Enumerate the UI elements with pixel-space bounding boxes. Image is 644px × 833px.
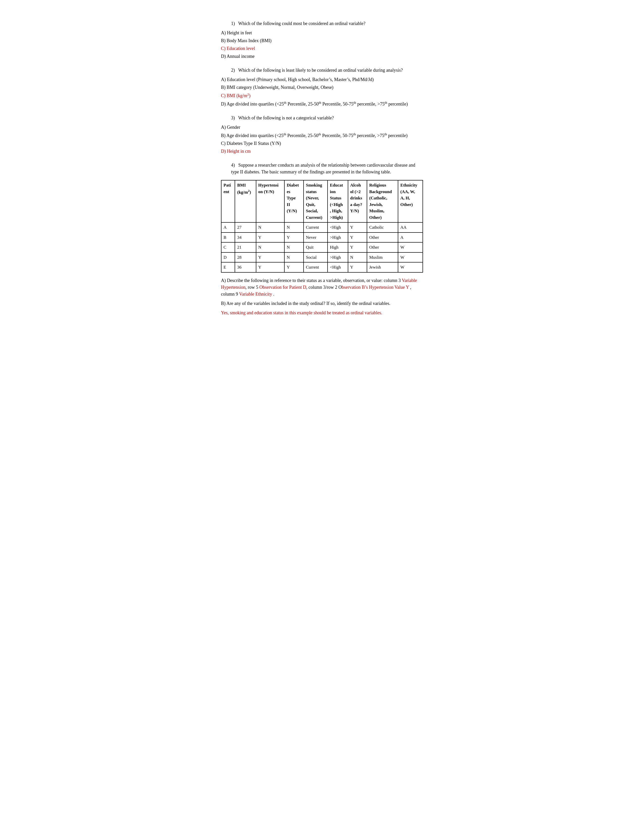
cell-bmi-b: 34 xyxy=(235,233,256,243)
cell-smoke-d: Social xyxy=(304,252,328,262)
q2-optB-label: B) xyxy=(221,85,227,90)
q3-optC-label: C) xyxy=(221,141,227,146)
cell-patient-e: E xyxy=(221,262,235,272)
q2-optA-text: Education level (Primary school, High sc… xyxy=(227,77,374,82)
q4-number: 4) xyxy=(231,162,237,167)
partA-var2: Variable Ethnicity xyxy=(239,291,272,297)
cell-hypert-d: Y xyxy=(256,252,285,262)
cell-patient-a: A xyxy=(221,222,235,233)
partA-obs2: bservation B’s Hypertension Value Y xyxy=(342,285,409,290)
cell-bmi-d: 28 xyxy=(235,252,256,262)
q1-optC-text: Education level xyxy=(227,46,255,51)
data-table: Patient BMI(kg/m2) Hypertension (Y/N) Di… xyxy=(221,180,423,273)
cell-diab-c: N xyxy=(284,242,304,252)
table-row: B 34 Y Y Never >High Y Other A xyxy=(221,233,423,243)
q2-optB: B) BMI category (Underweight, Normal, Ov… xyxy=(221,84,423,91)
cell-diab-d: N xyxy=(284,252,304,262)
q2-optD-label: D) Age divided into quartiles (<25th Per… xyxy=(221,101,408,106)
cell-rel-c: Other xyxy=(367,242,398,252)
cell-rel-a: Catholic xyxy=(367,222,398,233)
partA-prefix: A) Describe the following in reference t… xyxy=(221,278,402,283)
partA-mid2: , column 3/row 2 O xyxy=(306,285,341,290)
question-3-text: 3) Which of the following is not a categ… xyxy=(231,114,423,121)
table-row: E 36 Y Y Current <High Y Jewish W xyxy=(221,262,423,272)
cell-rel-e: Jewish xyxy=(367,262,398,272)
col-education: EducationStatus(<High, High,>High) xyxy=(328,180,348,222)
q1-optA: A) Height in feet xyxy=(221,29,423,36)
post-table-partB: B) Are any of the variables included in … xyxy=(221,300,423,307)
cell-alc-d: N xyxy=(348,252,367,262)
col-patient: Patient xyxy=(221,180,235,222)
post-table-partA: A) Describe the following in reference t… xyxy=(221,277,423,298)
q1-optB: B) Body Mass Index (BMI) xyxy=(221,37,423,44)
cell-hypert-b: Y xyxy=(256,233,285,243)
q2-optC-label: C) BMI (kg/m2) xyxy=(221,93,251,98)
table-row: C 21 N N Quit High Y Other W xyxy=(221,242,423,252)
partB-prefix: B) Are any of the variables included in … xyxy=(221,301,390,306)
q1-optC-label: C) xyxy=(221,46,227,51)
col-alcohol: Alcohol (>2drinksa day?Y/N) xyxy=(348,180,367,222)
cell-smoke-b: Never xyxy=(304,233,328,243)
cell-diab-e: Y xyxy=(284,262,304,272)
cell-smoke-e: Current xyxy=(304,262,328,272)
cell-patient-d: D xyxy=(221,252,235,262)
q1-number: 1) xyxy=(231,21,237,26)
cell-rel-d: Muslim xyxy=(367,252,398,262)
cell-hypert-a: N xyxy=(256,222,285,233)
question-3: 3) Which of the following is not a categ… xyxy=(221,114,423,155)
cell-alc-c: Y xyxy=(348,242,367,252)
q1-optB-label: B) xyxy=(221,38,227,43)
q2-number: 2) xyxy=(231,68,237,73)
q3-optA: A) Gender xyxy=(221,124,423,131)
cell-diab-a: N xyxy=(284,222,304,233)
cell-eth-d: W xyxy=(398,252,423,262)
q1-optA-text: Height in feet xyxy=(227,30,252,35)
table-header-row: Patient BMI(kg/m2) Hypertension (Y/N) Di… xyxy=(221,180,423,222)
q3-optA-label: A) xyxy=(221,125,227,130)
q4-body: Suppose a researcher conducts an analysi… xyxy=(231,162,415,174)
cell-hypert-c: N xyxy=(256,242,285,252)
q1-body: Which of the following could most be con… xyxy=(238,21,365,26)
q3-number: 3) xyxy=(231,115,237,121)
cell-bmi-a: 27 xyxy=(235,222,256,233)
cell-patient-b: B xyxy=(221,233,235,243)
partB-answer-text: Yes, smoking and education status in thi… xyxy=(221,310,382,315)
question-4: 4) Suppose a researcher conducts an anal… xyxy=(221,162,423,316)
q1-optD: D) Annual income xyxy=(221,53,423,60)
col-bmi: BMI(kg/m2) xyxy=(235,180,256,222)
col-religious: ReligiousBackground(Catholic,Jewish,Musl… xyxy=(367,180,398,222)
cell-diab-b: Y xyxy=(284,233,304,243)
cell-edu-b: >High xyxy=(328,233,348,243)
q1-optD-label: D) xyxy=(221,54,227,59)
cell-edu-a: <High xyxy=(328,222,348,233)
question-2: 2) Which of the following is least likel… xyxy=(221,67,423,108)
col-ethnicity: Ethnicity(AA, W,A, H,Other) xyxy=(398,180,423,222)
cell-alc-e: Y xyxy=(348,262,367,272)
q3-optD-text: Height in cm xyxy=(227,149,251,154)
q3-optD: D) Height in cm xyxy=(221,148,423,155)
table-row: A 27 N N Current <High Y Catholic AA xyxy=(221,222,423,233)
question-1-text: 1) Which of the following could most be … xyxy=(231,20,423,27)
col-smoking: Smokingstatus(Never,Quit,Social,Current) xyxy=(304,180,328,222)
cell-rel-b: Other xyxy=(367,233,398,243)
q1-optA-label: A) xyxy=(221,30,227,35)
cell-smoke-c: Quit xyxy=(304,242,328,252)
cell-smoke-a: Current xyxy=(304,222,328,233)
q3-optA-text: Gender xyxy=(227,125,240,130)
post-table-partB-answer: Yes, smoking and education status in thi… xyxy=(221,309,423,316)
cell-alc-b: Y xyxy=(348,233,367,243)
question-4-text: 4) Suppose a researcher conducts an anal… xyxy=(231,162,423,175)
q2-body: Which of the following is least likely t… xyxy=(238,68,403,73)
q1-optD-text: Annual income xyxy=(227,54,254,59)
q3-optB-label: B) Age divided into quartiles (<25th Per… xyxy=(221,133,407,138)
col-hypertension: Hypertension (Y/N) xyxy=(256,180,285,222)
q2-optB-text: BMI category (Underweight, Normal, Overw… xyxy=(227,85,333,90)
q2-optA: A) Education level (Primary school, High… xyxy=(221,76,423,83)
partA-end: . xyxy=(272,291,274,297)
q3-body: Which of the following is not a categori… xyxy=(238,115,334,121)
partA-obs1: Observation for Patient D xyxy=(259,285,306,290)
q3-optD-label: D) xyxy=(221,149,227,154)
q3-optB: B) Age divided into quartiles (<25th Per… xyxy=(221,132,423,139)
cell-hypert-e: Y xyxy=(256,262,285,272)
q3-optC-text: Diabetes Type II Status (Y/N) xyxy=(227,141,281,146)
